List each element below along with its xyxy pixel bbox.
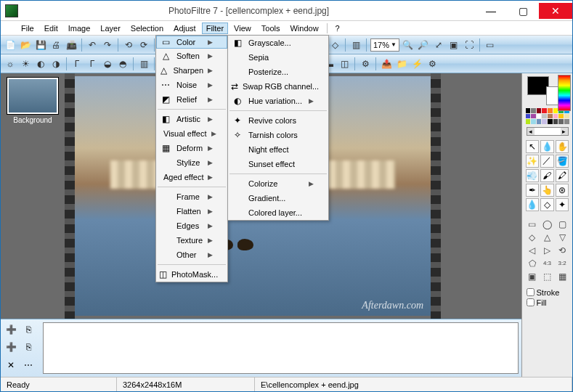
filter-item-soften[interactable]: △Soften▶ <box>156 49 227 63</box>
menu-tools[interactable]: Tools <box>257 23 285 34</box>
menu-selection[interactable]: Selection <box>126 23 168 34</box>
swatch[interactable] <box>526 119 531 124</box>
tb-layers[interactable]: ▥ <box>349 38 362 52</box>
filter-item-relief[interactable]: ◩Relief▶ <box>156 92 227 107</box>
menu-filter[interactable]: Filter <box>202 23 228 34</box>
close-button[interactable]: ✕ <box>539 3 572 19</box>
f-export[interactable]: 📤 <box>380 57 393 70</box>
filter-item-artistic[interactable]: ◧Artistic▶ <box>156 112 227 126</box>
menu-file[interactable]: File <box>17 23 38 34</box>
f-photomask[interactable]: ◫ <box>338 57 351 70</box>
maximize-button[interactable]: ▢ <box>507 3 539 19</box>
shape-ratio1[interactable]: 4:3 <box>540 258 554 269</box>
tb-full[interactable]: ⛶ <box>463 38 476 52</box>
filter-item-frame[interactable]: Frame▶ <box>156 189 227 204</box>
swatch[interactable] <box>537 114 542 119</box>
color-selector[interactable] <box>527 76 568 105</box>
tool-pipette[interactable]: 💧 <box>540 140 554 153</box>
shape-lasso[interactable]: ⟲ <box>556 245 569 256</box>
f-automate[interactable]: ⚡ <box>410 57 423 70</box>
menu-edit[interactable]: Edit <box>40 23 62 34</box>
filter-item-visual-effect[interactable]: Visual effect▶ <box>156 126 227 141</box>
f-browse[interactable]: 📁 <box>395 57 408 70</box>
color-item-swap-rgb-channel-[interactable]: ⇄Swap RGB channel... <box>228 79 328 94</box>
swatch[interactable] <box>526 114 531 119</box>
swatch[interactable] <box>531 119 536 124</box>
shape-rect[interactable]: ▭ <box>526 219 540 230</box>
lb-del[interactable]: ✕ <box>4 358 18 372</box>
menu-layer[interactable]: Layer <box>96 23 125 34</box>
tool-spray[interactable]: 💨 <box>526 169 540 182</box>
tb-window[interactable]: ▭ <box>484 38 497 52</box>
f-contrast-minus[interactable]: ◐ <box>34 57 47 70</box>
shape-roundrect[interactable]: ▢ <box>556 219 569 230</box>
swatch[interactable] <box>558 119 564 124</box>
f-sat-plus[interactable]: ◓ <box>116 57 129 70</box>
tool-hand[interactable]: ✋ <box>556 140 569 153</box>
tool-clone[interactable]: ⊛ <box>556 184 569 197</box>
filter-item-stylize[interactable]: Stylize▶ <box>156 155 227 170</box>
filter-item-other[interactable]: Other▶ <box>156 248 227 262</box>
tb-save[interactable]: 💾 <box>34 38 47 52</box>
shape-c[interactable]: ▦ <box>556 271 569 282</box>
tool-fill[interactable]: 🪣 <box>556 155 569 168</box>
fill-checkbox[interactable]: Fill <box>527 298 569 307</box>
tb-tool-b[interactable]: ◇ <box>328 38 341 52</box>
tb-fit[interactable]: ⤢ <box>432 38 445 52</box>
tb-actual[interactable]: ▣ <box>447 38 460 52</box>
tool-brush2[interactable]: 🖍 <box>556 169 569 182</box>
tb-scan[interactable]: 📠 <box>65 38 78 52</box>
slider-track[interactable] <box>535 128 561 135</box>
f-module[interactable]: ⚙ <box>359 57 372 70</box>
color-item-revive-colors[interactable]: ✦Revive colors <box>228 113 328 128</box>
swatch[interactable] <box>553 114 558 119</box>
color-item-sepia[interactable]: Sepia <box>228 50 328 65</box>
swatch[interactable] <box>548 119 553 124</box>
f-contrast-plus[interactable]: ◑ <box>49 57 62 70</box>
shape-tri-up[interactable]: △ <box>540 232 554 243</box>
f-gamma-minus[interactable]: Γ <box>70 57 84 70</box>
tool-advbrush[interactable]: ✒ <box>526 184 540 197</box>
swatch[interactable] <box>542 108 547 113</box>
spectrum-strip[interactable] <box>558 75 571 111</box>
menu-help[interactable]: ? <box>331 23 344 34</box>
tool-retouch[interactable]: ✦ <box>556 198 569 211</box>
palette-slider[interactable]: ◂ ▸ <box>527 127 569 136</box>
menu-adjust[interactable]: Adjust <box>169 23 200 34</box>
f-gamma-plus[interactable]: Γ <box>86 57 99 70</box>
slider-left-icon[interactable]: ◂ <box>527 128 535 135</box>
tb-redo2[interactable]: ⟳ <box>137 38 150 52</box>
color-item-tarnish-colors[interactable]: ✧Tarnish colors <box>228 128 328 142</box>
filter-item-edges[interactable]: Edges▶ <box>156 219 227 233</box>
color-item-colorize[interactable]: Colorize▶ <box>228 176 328 191</box>
shape-poly[interactable]: ⬠ <box>526 258 540 269</box>
filter-item-flatten[interactable]: Flatten▶ <box>156 204 227 219</box>
tb-print[interactable]: 🖨 <box>49 38 62 52</box>
f-sat-minus[interactable]: ◒ <box>101 57 114 70</box>
tool-blur[interactable]: 💧 <box>526 198 540 211</box>
f-prefs[interactable]: ⚙ <box>426 57 439 70</box>
tb-undo2[interactable]: ⟲ <box>122 38 135 52</box>
shape-ratio2[interactable]: 3:2 <box>556 258 569 269</box>
swatch[interactable] <box>548 114 553 119</box>
lb-dup2[interactable]: ⎘ <box>21 340 36 354</box>
zoom-combo[interactable]: 17% ▼ <box>370 38 399 52</box>
tool-brush[interactable]: 🖌 <box>540 169 554 182</box>
f-bright-minus[interactable]: ☼ <box>4 57 17 70</box>
shape-tri-right[interactable]: ▷ <box>540 245 554 256</box>
filter-item-color[interactable]: ▭Color▶ <box>156 36 227 49</box>
swatch[interactable] <box>537 108 542 113</box>
swatch[interactable] <box>537 119 542 124</box>
tool-erase[interactable]: ◇ <box>540 198 554 211</box>
tb-redo[interactable]: ↷ <box>101 38 114 52</box>
filter-item-photomask-[interactable]: ◫PhotoMask... <box>156 267 227 282</box>
color-item-gradient-[interactable]: Gradient... <box>228 191 328 205</box>
lb-more[interactable]: ⋯ <box>21 358 36 372</box>
tb-zoomin[interactable]: 🔎 <box>417 38 430 52</box>
color-item-sunset-effect[interactable]: Sunset effect <box>228 157 328 171</box>
menu-view[interactable]: View <box>229 23 256 34</box>
menu-image[interactable]: Image <box>64 23 95 34</box>
tool-wand[interactable]: ✨ <box>526 155 540 168</box>
menu-window[interactable]: Window <box>285 23 322 34</box>
swatch[interactable] <box>531 108 536 113</box>
